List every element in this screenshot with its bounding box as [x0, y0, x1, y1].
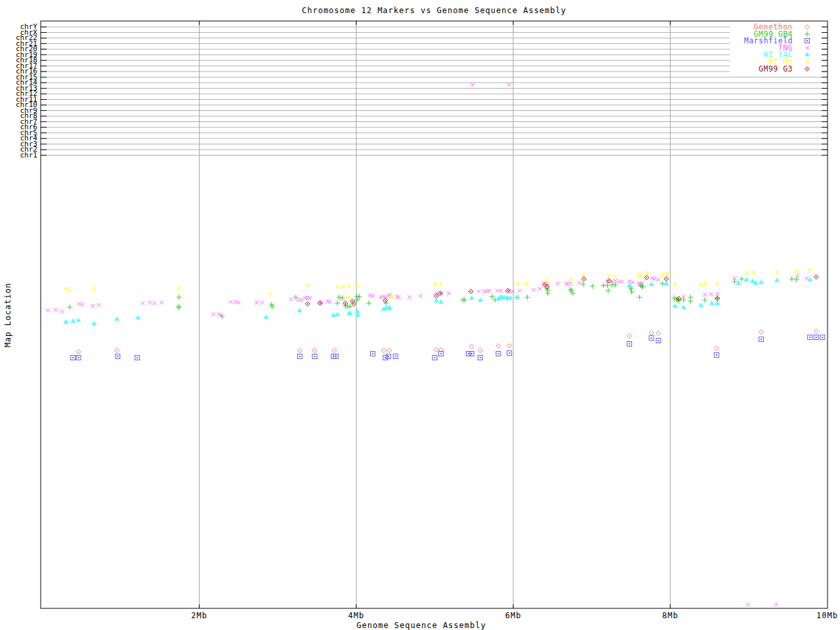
marker-wi-rh [341, 284, 345, 289]
marker-wi-yac [136, 316, 140, 320]
legend-label: GM99 G3 [759, 66, 793, 72]
marker-wi-rh [335, 284, 340, 289]
square-dot-icon [802, 37, 812, 45]
x-tick-label-10Mb: 10Mb [804, 612, 840, 620]
marker-tng [578, 281, 581, 285]
marker-tng [396, 295, 400, 299]
marker-wi-yac [736, 281, 741, 285]
marker-tng [255, 301, 259, 304]
marker-gm99-g3 [581, 277, 586, 282]
marker-tng [556, 282, 560, 285]
marker-tng [229, 300, 233, 304]
marker-wi-yac [759, 280, 764, 284]
marker-wi-rh [432, 282, 437, 287]
marker-tng [631, 280, 635, 284]
marker-wi-rh [67, 288, 72, 293]
marker-wi-yac [750, 279, 755, 283]
legend-marker-glyph [805, 52, 810, 56]
marker-tng [476, 289, 480, 293]
marker-tng [91, 304, 94, 308]
marker-gm99-gb4 [337, 295, 342, 300]
marker-marshfield [469, 352, 474, 356]
marker-marshfield [627, 342, 632, 346]
legend-entry-marshfield: Marshfield [730, 37, 822, 45]
marker-gm99-gb4 [335, 301, 340, 306]
marker-marshfield [312, 354, 317, 359]
marker-gm99-g3 [305, 302, 310, 306]
marker-gm99-gb4 [177, 305, 182, 310]
marker-wi-yac [355, 309, 360, 313]
marker-wi-rh [665, 271, 669, 276]
marker-wi-rh [355, 283, 360, 288]
marker-marshfield [649, 336, 654, 341]
marker-marshfield [383, 356, 388, 360]
series-marshfield [71, 335, 825, 360]
chart-title: Chromosome 12 Markers vs Genome Sequence… [41, 6, 828, 15]
series-genethon [76, 329, 818, 354]
marker-tng [746, 602, 750, 606]
marker-gm99-gb4 [545, 291, 551, 296]
marker-genethon [649, 331, 654, 335]
marker-gm99-gb4 [605, 283, 610, 288]
x-tick-label-6Mb: 6Mb [490, 612, 537, 620]
marker-wi-rh [177, 285, 181, 291]
marker-gm99-g3 [434, 294, 438, 299]
marker-genethon [469, 345, 474, 349]
legend-marker-glyph [805, 32, 810, 37]
marker-wi-yac [673, 304, 677, 308]
marker-wi-rh [569, 277, 574, 282]
marker-tng [60, 310, 64, 314]
marker-gm99-g3 [438, 291, 442, 296]
marker-gm99-gb4 [347, 304, 352, 309]
marker-gm99-gb4 [581, 282, 586, 287]
marker-genethon [297, 348, 302, 353]
series-gm99-gb4 [67, 276, 799, 319]
marker-gm99-g3 [814, 275, 818, 280]
marker-gm99-gb4 [67, 304, 72, 310]
marker-tng [80, 303, 84, 306]
marker-tng [388, 293, 392, 297]
marker-marshfield [386, 354, 390, 359]
marker-genethon [381, 348, 386, 353]
marker-tng [568, 282, 572, 285]
marker-gm99-gb4 [590, 284, 595, 289]
marker-gm99-g3 [318, 301, 322, 306]
series-tng [46, 83, 809, 606]
marker-marshfield [76, 356, 81, 360]
legend-entry-gm99-g3: GM99 G3 [730, 66, 822, 73]
marker-tng [620, 280, 624, 284]
marker-tng [308, 296, 312, 300]
marker-genethon [478, 348, 482, 353]
marker-wi-rh [64, 286, 68, 291]
marker-marshfield [371, 352, 375, 356]
marker-wi-yac [508, 296, 513, 300]
cross-icon [802, 45, 812, 52]
marker-marshfield [496, 352, 501, 356]
marker-tng [299, 298, 303, 302]
marker-gm99-g3 [607, 279, 612, 284]
marker-marshfield [116, 354, 120, 359]
marker-wi-yac [808, 278, 812, 282]
marker-wi-yac [469, 296, 474, 300]
marker-wi-rh [268, 291, 272, 296]
marker-tng [260, 301, 264, 304]
triangle-icon [802, 51, 812, 58]
marker-marshfield [432, 356, 437, 360]
marker-gm99-gb4 [354, 297, 360, 303]
marker-wi-rh [92, 286, 96, 291]
marker-tng [46, 308, 50, 312]
marker-marshfield [820, 335, 825, 340]
x-tick-label-8Mb: 8Mb [646, 612, 694, 620]
marker-wi-yac [681, 305, 686, 309]
marker-wi-yac [71, 319, 75, 323]
y-tick-label-chr1: chr1 [0, 152, 37, 158]
marker-gm99-gb4 [629, 289, 635, 295]
marker-wi-rh [660, 272, 665, 277]
diamond-dot-icon [802, 66, 812, 73]
marker-wi-rh [715, 282, 720, 287]
legend-marker-glyph [805, 46, 809, 50]
marker-gm99-gb4 [637, 295, 642, 300]
marker-genethon [656, 331, 661, 336]
marker-tng [511, 289, 514, 293]
marker-wi-rh [794, 268, 799, 274]
